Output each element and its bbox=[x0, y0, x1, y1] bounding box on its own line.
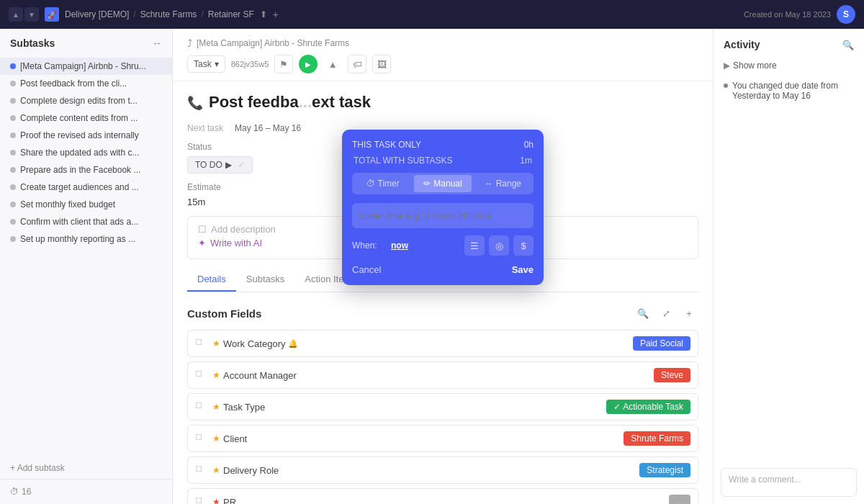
range-tab[interactable]: ↔Range bbox=[474, 175, 531, 192]
cf-value-badge[interactable]: ... bbox=[669, 495, 690, 504]
show-more-arrow: ▶ bbox=[724, 60, 730, 71]
subtask-label: Share the updated ads with c... bbox=[20, 148, 139, 158]
cf-checkbox-icon: ☐ bbox=[195, 433, 207, 444]
tab-subtasks[interactable]: Subtasks bbox=[236, 268, 294, 292]
show-more-btn[interactable]: ▶ Show more bbox=[714, 56, 864, 75]
cf-value-badge[interactable]: Strategist bbox=[639, 463, 690, 477]
cf-add-btn[interactable]: + bbox=[680, 304, 698, 323]
subtask-item[interactable]: Share the updated ads with c... bbox=[0, 144, 172, 161]
activity-search-btn[interactable]: 🔍 bbox=[842, 40, 854, 50]
footer-count: 16 bbox=[22, 487, 31, 497]
activity-item: You changed due date from Yesterday to M… bbox=[714, 75, 864, 107]
cf-row-extra: ☐ ★ PR ... bbox=[187, 488, 698, 504]
tab-details[interactable]: Details bbox=[187, 268, 236, 292]
subtask-item[interactable]: Complete content edits from ... bbox=[0, 109, 172, 127]
breadcrumb-delivery[interactable]: Delivery [DEMO] bbox=[65, 9, 129, 19]
cf-value-badge[interactable]: Shrute Farms bbox=[624, 431, 690, 446]
cf-row-client: ☐ ★ Client Shrute Farms bbox=[187, 425, 698, 452]
flag-btn[interactable]: ⚑ bbox=[274, 55, 293, 73]
subtask-item[interactable]: [Meta Campaign] Airbnb - Shru... bbox=[0, 58, 172, 75]
dollar-btn[interactable]: $ bbox=[513, 235, 534, 256]
chevron-up-btn[interactable]: ▲ bbox=[323, 55, 342, 73]
subtask-label: Confirm with client that ads a... bbox=[20, 217, 138, 227]
image-btn[interactable]: 🖼 bbox=[372, 55, 391, 73]
subtask-item[interactable]: Prepare ads in the Facebook ... bbox=[0, 161, 172, 179]
cf-expand-btn[interactable]: ⤢ bbox=[657, 304, 675, 323]
list-btn[interactable]: ☰ bbox=[464, 235, 485, 256]
sep2: / bbox=[201, 9, 203, 19]
cf-field-name: Account Manager bbox=[223, 370, 654, 381]
subtask-label: Set up monthly reporting as ... bbox=[20, 234, 135, 244]
activity-text: You changed due date from Yesterday to M… bbox=[732, 81, 854, 101]
custom-fields-title: Custom Fields bbox=[187, 307, 261, 320]
subtask-dot bbox=[10, 219, 16, 225]
next-task-dates: May 16 – May 16 bbox=[235, 123, 301, 133]
breadcrumb-retainer[interactable]: Retainer SF bbox=[208, 9, 254, 19]
cf-value-badge[interactable]: Steve bbox=[654, 368, 690, 382]
subtask-item[interactable]: Post feedback from the cli... bbox=[0, 75, 172, 92]
manual-tab[interactable]: ✏Manual bbox=[414, 175, 471, 192]
delivery-icon: 🚀 bbox=[45, 7, 59, 22]
subtask-item[interactable]: Confirm with client that ads a... bbox=[0, 213, 172, 230]
sidebar-collapse-btn[interactable]: ↔ bbox=[152, 37, 162, 49]
description-label: Add description bbox=[211, 224, 276, 235]
status-badge[interactable]: TO DO ▶ ✓ bbox=[187, 156, 253, 174]
timer-tab[interactable]: ⏱Timer bbox=[354, 175, 411, 192]
breadcrumb-arrow-icon: ⤴ bbox=[187, 37, 192, 49]
subtask-label: Complete design edits from t... bbox=[20, 96, 138, 106]
avatar[interactable]: S bbox=[837, 5, 855, 24]
time-popup-header: THIS TASK ONLY 0h bbox=[352, 140, 534, 150]
comment-input[interactable]: Write a comment... bbox=[721, 468, 857, 497]
nav-arrows[interactable]: ▲ ▼ bbox=[9, 7, 39, 22]
play-button[interactable]: ▶ bbox=[299, 55, 318, 73]
circle-btn[interactable]: ◎ bbox=[489, 235, 509, 256]
cf-star-icon: ★ bbox=[212, 370, 220, 380]
export-icon[interactable]: ⬆ bbox=[260, 9, 267, 19]
subtask-label: Create target audiences and ... bbox=[20, 182, 139, 192]
created-date: Created on May 18 2023 bbox=[744, 10, 831, 19]
time-cancel-btn[interactable]: Cancel bbox=[352, 264, 381, 275]
cf-row-account-manager: ☐ ★ Account Manager Steve bbox=[187, 361, 698, 389]
cf-field-name: Delivery Role bbox=[223, 465, 639, 476]
top-bar: ▲ ▼ 🚀 Delivery [DEMO] / Schrute Farms / … bbox=[0, 0, 864, 29]
activity-title: Activity bbox=[724, 39, 760, 50]
subtask-item[interactable]: Complete design edits from t... bbox=[0, 92, 172, 109]
activity-panel: Activity 🔍 ▶ Show more You changed due d… bbox=[713, 29, 864, 504]
cf-star-icon: ★ bbox=[212, 497, 220, 504]
subtask-label: Proof the revised ads internally bbox=[20, 130, 139, 140]
cf-search-btn[interactable]: 🔍 bbox=[634, 304, 652, 323]
nav-down[interactable]: ▼ bbox=[24, 7, 39, 22]
subtask-list: [Meta Campaign] Airbnb - Shru... Post fe… bbox=[0, 58, 172, 457]
subtask-item[interactable]: Proof the revised ads internally bbox=[0, 127, 172, 144]
cf-checkbox-icon: ☐ bbox=[195, 496, 207, 504]
time-input[interactable] bbox=[352, 203, 534, 228]
content-area: ⤴ [Meta Campaign] Airbnb - Shrute Farms … bbox=[173, 29, 713, 504]
subtask-item[interactable]: Set up monthly reporting as ... bbox=[0, 230, 172, 248]
cf-value-badge[interactable]: Paid Social bbox=[633, 336, 690, 351]
time-tabs: ⏱Timer ✏Manual ↔Range bbox=[352, 173, 534, 194]
subtask-dot bbox=[10, 98, 16, 104]
subtask-item[interactable]: Create target audiences and ... bbox=[0, 179, 172, 196]
subtask-label: Post feedback from the cli... bbox=[20, 78, 127, 89]
when-now[interactable]: now bbox=[391, 240, 408, 251]
cf-bell-icon[interactable]: 🔔 bbox=[288, 339, 298, 348]
breadcrumb-schrute[interactable]: Schrute Farms bbox=[140, 9, 197, 19]
time-save-btn[interactable]: Save bbox=[512, 264, 534, 275]
cf-field-name: PR bbox=[223, 497, 669, 505]
subtask-dot bbox=[10, 167, 16, 173]
status-arrow: ▶ bbox=[225, 160, 232, 170]
add-subtask-btn[interactable]: + Add subtask bbox=[0, 457, 172, 479]
task-title-text: Post feedba...ext task bbox=[209, 93, 371, 112]
nav-up[interactable]: ▲ bbox=[9, 7, 23, 22]
cf-star-icon: ★ bbox=[212, 402, 220, 412]
subtask-item[interactable]: Set monthly fixed budget bbox=[0, 196, 172, 213]
task-type-btn[interactable]: Task ▾ bbox=[187, 55, 225, 73]
task-breadcrumb: ⤴ [Meta Campaign] Airbnb - Shrute Farms bbox=[187, 37, 698, 49]
cf-star-icon: ★ bbox=[212, 465, 220, 475]
add-icon[interactable]: + bbox=[273, 9, 279, 20]
cf-value-badge[interactable]: ✓ Actionable Task bbox=[606, 400, 690, 414]
task-type-label: Task bbox=[194, 59, 212, 69]
time-popup-footer: Cancel Save bbox=[352, 264, 534, 275]
tag-btn[interactable]: 🏷 bbox=[348, 55, 366, 73]
ai-label: Write with AI bbox=[210, 238, 262, 248]
